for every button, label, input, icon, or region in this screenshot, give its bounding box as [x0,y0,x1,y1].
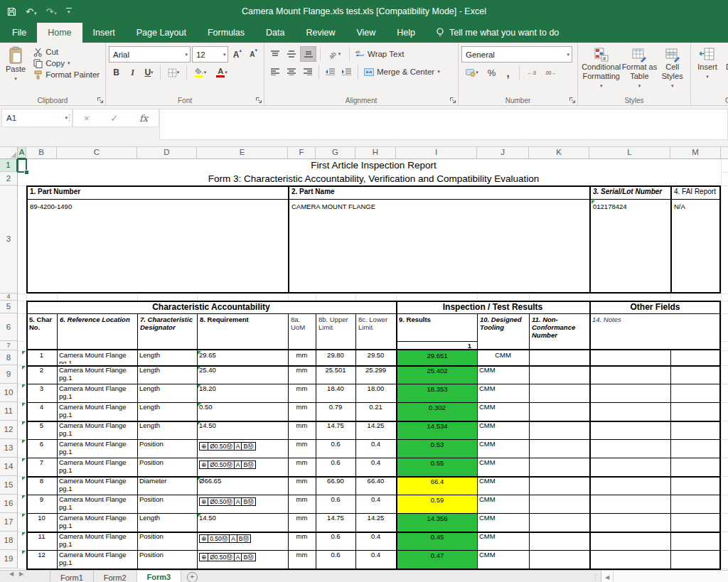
scrollbar-track[interactable] [614,571,728,582]
row-header-17[interactable]: 17 [0,513,18,532]
row-header-8[interactable]: 8 [0,350,18,365]
requirement-cell[interactable]: 18.20 [199,385,286,401]
uom-cell[interactable]: mm [290,459,314,475]
decrease-indent-button[interactable] [323,65,338,79]
upper-limit-cell[interactable]: 29.80 [318,352,353,364]
column-header-B[interactable]: B [26,147,57,159]
lower-limit-cell[interactable]: 14.25 [358,514,394,530]
ribbon-tab-formulas[interactable]: Formulas [197,23,255,43]
result-cell[interactable]: 14.534 [397,421,477,439]
uom-cell[interactable]: mm [290,367,314,382]
ref-location-cell[interactable]: Camera Mount Flange pg.1 [59,551,135,567]
designator-cell[interactable]: Position [139,496,195,512]
designator-cell[interactable]: Position [139,459,195,475]
char-no-cell[interactable]: 8 [28,478,55,493]
cut-button[interactable]: Cut [31,46,102,58]
comma-style-button[interactable]: , [500,65,515,80]
char-no-cell[interactable]: 10 [28,514,55,530]
char-no-cell[interactable]: 12 [28,551,55,567]
result-cell[interactable]: 14.356 [397,513,477,532]
designator-cell[interactable]: Length [139,404,195,419]
char-no-cell[interactable]: 7 [28,459,55,475]
requirement-cell[interactable]: 0.50 [199,404,286,419]
ref-location-cell[interactable]: Camera Mount Flange pg.1 [59,441,135,456]
ref-location-cell[interactable]: Camera Mount Flange pg.1 [59,514,135,530]
alignment-dialog-launcher-icon[interactable] [449,97,456,104]
uom-cell[interactable]: mm [290,496,314,512]
tooling-cell[interactable]: CMM [479,478,527,493]
lower-limit-cell[interactable]: 29.50 [358,352,394,364]
lower-limit-cell[interactable]: 18.00 [358,385,394,401]
char-no-cell[interactable]: 3 [28,385,55,401]
column-header-K[interactable]: K [529,147,589,159]
tooling-cell[interactable]: CMM [479,514,527,530]
copy-button[interactable]: Copy ▾ [31,58,102,69]
result-cell[interactable]: 0.59 [397,495,477,513]
requirement-cell[interactable]: ⊕Ø0.50ⓂABⓂ [199,442,286,451]
column-header-H[interactable]: H [355,147,396,159]
ref-location-cell[interactable]: Camera Mount Flange pg.1 [59,478,135,493]
uom-cell[interactable]: mm [290,533,314,549]
tooling-cell[interactable]: CMM [479,422,527,438]
font-size-select[interactable]: 12▾ [192,46,229,63]
row-header-10[interactable]: 10 [0,384,18,402]
requirement-cell[interactable]: ⊕Ø0.50ⓂABⓂ [199,497,286,507]
row-header-3[interactable]: 3 [0,185,18,293]
uom-cell[interactable]: mm [290,385,314,401]
cancel-button[interactable]: × [84,113,90,124]
designator-cell[interactable]: Position [139,441,195,456]
char-no-cell[interactable]: 1 [28,352,55,364]
format-as-table-button[interactable]: Format as Table ▾ [621,45,657,92]
ref-location-cell[interactable]: Camera Mount Flange pg.1 [59,533,135,549]
fill-handle[interactable] [24,170,29,175]
upper-limit-cell[interactable]: 14.75 [318,422,353,438]
underline-button[interactable]: U▾ [141,65,156,80]
designator-cell[interactable]: Length [139,514,195,530]
ribbon-tab-review[interactable]: Review [295,23,346,43]
column-header-A[interactable]: A [18,147,26,159]
requirement-cell[interactable]: 14.50 [199,422,286,438]
font-family-select[interactable]: Arial▾ [109,46,191,63]
column-header-I[interactable]: I [396,147,477,159]
part-number-value[interactable]: 89-4200-1490 [30,203,286,212]
upper-limit-cell[interactable]: 0.6 [318,533,353,549]
upper-limit-cell[interactable]: 0.6 [318,441,353,456]
designator-cell[interactable]: Length [139,422,195,438]
designator-cell[interactable]: Diameter [139,478,195,493]
char-no-cell[interactable]: 5 [28,422,55,438]
row-header-19[interactable]: 19 [0,550,18,568]
formula-input[interactable] [159,109,728,140]
result-cell[interactable]: 0.55 [397,458,477,476]
conditional-formatting-button[interactable]: ≠ Conditional Formatting ▾ [581,45,621,92]
char-no-cell[interactable]: 11 [28,533,55,549]
row-header-18[interactable]: 18 [0,532,18,550]
enter-button[interactable]: ✓ [110,113,118,124]
font-dialog-launcher-icon[interactable] [255,97,262,104]
tooling-cell[interactable]: CMM [479,367,527,382]
horizontal-scrollbar[interactable]: ◀ [601,571,728,582]
tooling-cell[interactable]: CMM [479,352,527,364]
column-header-C[interactable]: C [57,147,137,159]
upper-limit-cell[interactable]: 0.6 [318,551,353,567]
uom-cell[interactable]: mm [290,422,314,438]
uom-cell[interactable]: mm [290,441,314,456]
upper-limit-cell[interactable]: 0.6 [318,459,353,475]
shrink-font-button[interactable]: A▾ [246,48,261,62]
merge-center-caret-icon[interactable]: ▾ [437,69,440,75]
lower-limit-cell[interactable]: 14.25 [358,422,394,438]
row-header-15[interactable]: 15 [0,476,18,495]
uom-cell[interactable]: mm [290,478,314,493]
upper-limit-cell[interactable]: 25.501 [318,367,353,382]
designator-cell[interactable]: Length [139,367,195,382]
requirement-cell[interactable]: 29.65 [199,352,286,364]
ref-location-cell[interactable]: Camera Mount Flange pg.1 [59,367,135,382]
row-header-7[interactable]: 7 [0,341,18,350]
increase-decimal-button[interactable]: ←.0 [523,65,540,80]
serial-lot-number-value[interactable]: 012178424 [593,203,668,212]
row-header-11[interactable]: 11 [0,402,18,421]
row-header-4[interactable]: 4 [0,293,18,301]
ribbon-tab-view[interactable]: View [346,23,386,43]
uom-cell[interactable]: mm [290,551,314,567]
lower-limit-cell[interactable]: 0.4 [358,441,394,456]
requirement-cell[interactable]: 14.50 [199,514,286,530]
